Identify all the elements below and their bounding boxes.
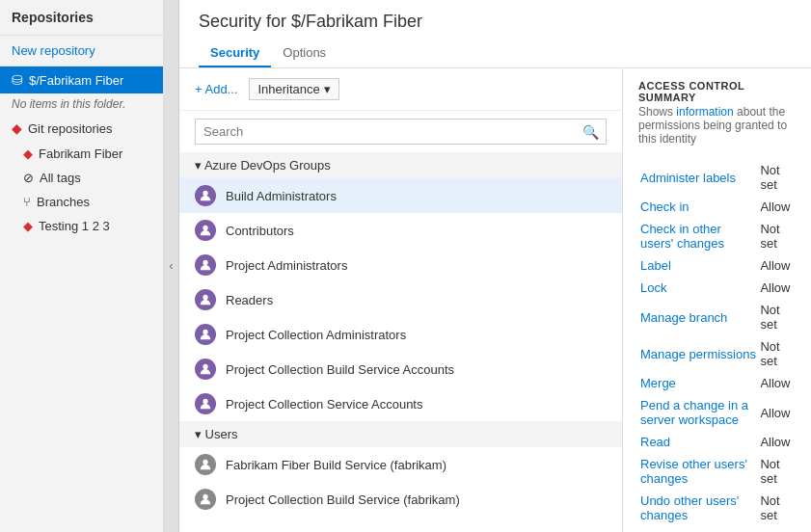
sidebar-header: Repositories xyxy=(0,0,163,36)
left-panel: + Add... Inheritance ▾ 🔍 ▾ Azure DevOps … xyxy=(179,68,623,532)
permission-value: Not set xyxy=(758,526,796,532)
add-button[interactable]: + Add... xyxy=(195,82,237,96)
pc-service-accounts-avatar xyxy=(195,393,216,414)
main-header: Security for $/Fabrikam Fiber Security O… xyxy=(179,0,811,68)
group-item-pc-admins[interactable]: Project Collection Administrators xyxy=(179,317,622,352)
group-item-readers[interactable]: Readers xyxy=(179,282,622,317)
table-row: Label Allow xyxy=(638,254,796,277)
table-row: Undo other users' changes Not set xyxy=(638,490,796,526)
permission-name[interactable]: Read xyxy=(640,435,670,449)
git-repo-icon: ◆ xyxy=(23,146,33,161)
fabrikam-build-avatar xyxy=(195,454,216,475)
table-row: Pend a change in a server workspace Allo… xyxy=(638,394,796,431)
sidebar-item-fabrikam-fiber[interactable]: ⛁ $/Fabrikam Fiber xyxy=(0,66,163,93)
group-name-pc-admins: Project Collection Administrators xyxy=(226,328,406,342)
pc-admins-avatar xyxy=(195,324,216,345)
svg-point-2 xyxy=(203,260,207,265)
permission-name[interactable]: Check in other users' changes xyxy=(640,222,724,251)
svg-point-1 xyxy=(203,226,207,230)
azure-devops-groups-header[interactable]: ▾ Azure DevOps Groups xyxy=(179,152,622,178)
svg-point-4 xyxy=(203,330,207,334)
group-name-pc-build-service: Project Collection Build Service Account… xyxy=(226,362,454,377)
group-name-build-admins: Build Administrators xyxy=(226,189,337,203)
acs-subtitle-link[interactable]: information xyxy=(676,105,733,119)
pc-build-service-avatar xyxy=(195,359,216,380)
search-icon: 🔍 xyxy=(582,124,599,140)
toolbar: + Add... Inheritance ▾ xyxy=(179,68,622,111)
group-item-fabrikam-build[interactable]: Fabrikam Fiber Build Service (fabrikam) xyxy=(179,447,622,482)
table-row: Check in Allow xyxy=(638,196,796,218)
git-icon: ◆ xyxy=(12,120,22,136)
permission-value: Not set xyxy=(758,335,796,372)
branch-icon: ⑂ xyxy=(23,195,31,209)
permission-value: Allow xyxy=(758,254,796,277)
svg-point-6 xyxy=(203,399,207,404)
permission-value: Allow xyxy=(758,196,796,218)
permission-value: Allow xyxy=(758,431,796,453)
project-admins-avatar xyxy=(195,254,216,276)
group-name-fabrikam-build: Fabrikam Fiber Build Service (fabrikam) xyxy=(226,458,446,472)
no-items-label: No items in this folder. xyxy=(0,93,163,115)
readers-avatar xyxy=(195,289,216,310)
right-panel: ACCESS CONTROL SUMMARY Shows information… xyxy=(623,68,811,532)
svg-point-0 xyxy=(203,191,207,196)
group-item-pc-service-accounts[interactable]: Project Collection Service Accounts xyxy=(179,386,622,421)
collapse-button[interactable]: ‹ xyxy=(164,0,179,532)
main-panel: Security for $/Fabrikam Fiber Security O… xyxy=(179,0,811,532)
table-row: Revise other users' changes Not set xyxy=(638,453,796,490)
permission-name[interactable]: Revise other users' changes xyxy=(640,457,747,486)
sidebar-item-all-tags[interactable]: ⊘ All tags xyxy=(0,166,163,190)
svg-point-7 xyxy=(203,460,207,465)
permission-name[interactable]: Lock xyxy=(640,280,666,295)
inheritance-label: Inheritance xyxy=(257,82,319,96)
main-tabs: Security Options xyxy=(199,40,792,67)
svg-point-3 xyxy=(203,295,207,300)
table-row: Manage permissions Not set xyxy=(638,335,796,372)
page-title: Security for $/Fabrikam Fiber xyxy=(199,12,792,32)
group-name-pc-build-service-user: Project Collection Build Service (fabrik… xyxy=(226,492,460,507)
group-item-project-admins[interactable]: Project Administrators xyxy=(179,248,622,282)
table-row: Manage branch Not set xyxy=(638,299,796,335)
permission-value: Not set xyxy=(758,453,796,490)
permission-value: Allow xyxy=(758,394,796,431)
permission-name[interactable]: Merge xyxy=(640,376,676,390)
acs-subtitle: Shows information about the permissions … xyxy=(638,105,796,146)
permissions-table: Administer labels Not set Check in Allow… xyxy=(638,159,796,532)
build-admins-avatar xyxy=(195,185,216,206)
table-row: Check in other users' changes Not set xyxy=(638,218,796,254)
svg-point-8 xyxy=(203,494,207,499)
permission-name[interactable]: Pend a change in a server workspace xyxy=(640,398,748,427)
permission-value: Not set xyxy=(758,218,796,254)
search-input[interactable] xyxy=(195,119,607,145)
permission-name[interactable]: Undo other users' changes xyxy=(640,493,739,522)
sidebar-item-branches[interactable]: ⑂ Branches xyxy=(0,190,163,214)
tab-options[interactable]: Options xyxy=(271,40,338,67)
pc-build-service-user-avatar xyxy=(195,489,216,510)
sidebar-item-fabrikam-fiber-git[interactable]: ◆ Fabrikam Fiber xyxy=(0,142,163,166)
group-item-pc-build-service[interactable]: Project Collection Build Service Account… xyxy=(179,352,622,386)
users-section-header[interactable]: ▾ Users xyxy=(179,421,622,447)
svg-point-5 xyxy=(203,364,207,369)
acs-title: ACCESS CONTROL SUMMARY xyxy=(638,80,796,103)
permission-name[interactable]: Label xyxy=(640,258,671,273)
permission-name[interactable]: Manage branch xyxy=(640,310,727,325)
new-repository-button[interactable]: New repository xyxy=(0,36,163,66)
group-item-pc-build-service-user[interactable]: Project Collection Build Service (fabrik… xyxy=(179,482,622,517)
group-list: ▾ Azure DevOps Groups Build Administrato… xyxy=(179,152,622,517)
permission-value: Allow xyxy=(758,372,796,394)
repo-icon: ⛁ xyxy=(12,72,23,88)
permission-value: Not set xyxy=(758,490,796,526)
search-box: 🔍 xyxy=(195,119,607,145)
group-item-build-admins[interactable]: Build Administrators xyxy=(179,178,622,213)
inheritance-button[interactable]: Inheritance ▾ xyxy=(249,78,338,100)
sidebar-item-testing[interactable]: ◆ Testing 1 2 3 xyxy=(0,214,163,238)
permission-name[interactable]: Manage permissions xyxy=(640,347,756,361)
permission-name[interactable]: Check in xyxy=(640,200,689,214)
permission-name[interactable]: Administer labels xyxy=(640,171,736,185)
collapse-icon: ‹ xyxy=(170,259,174,273)
group-name-project-admins: Project Administrators xyxy=(226,258,347,273)
group-item-contributors[interactable]: Contributors xyxy=(179,213,622,248)
permission-value: Not set xyxy=(758,299,796,335)
sidebar-item-git-repos[interactable]: ◆ Git repositories xyxy=(0,115,163,142)
tab-security[interactable]: Security xyxy=(199,40,271,67)
